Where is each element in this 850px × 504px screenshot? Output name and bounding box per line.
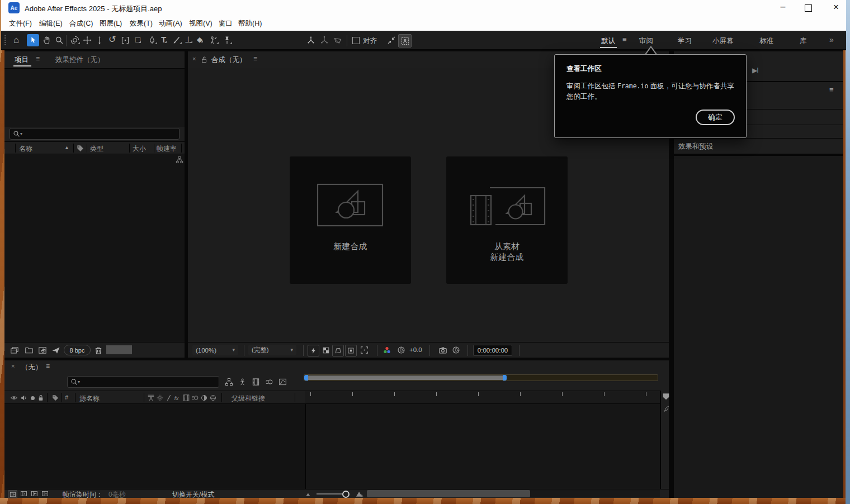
workspace-overflow-icon[interactable]: »: [829, 36, 834, 44]
timeline-tab-close-icon[interactable]: ×: [11, 363, 15, 369]
in-out-pane-icon[interactable]: [31, 490, 38, 497]
menu-composition[interactable]: 合成(C): [69, 19, 93, 28]
mini-flowchart-icon[interactable]: [225, 378, 233, 386]
timecode-display[interactable]: 0:00:00:00: [473, 345, 512, 356]
new-folder-icon[interactable]: [25, 346, 34, 355]
bit-depth-button[interactable]: 8 bpc: [64, 345, 91, 355]
orbit-camera-tool-icon[interactable]: [70, 36, 79, 45]
search-chevron-icon[interactable]: ▾: [20, 132, 22, 136]
roto-brush-tool-icon[interactable]: [209, 36, 218, 45]
effects-presets-content[interactable]: [674, 156, 843, 498]
guides-options-button[interactable]: [345, 345, 357, 356]
pan-camera-tool-icon[interactable]: [83, 36, 92, 45]
interpret-footage-icon[interactable]: [10, 346, 19, 355]
adjustment-layer-switch-icon[interactable]: [200, 394, 208, 402]
menu-file[interactable]: 文件(F): [9, 19, 32, 28]
last-frame-icon[interactable]: ▶I: [752, 66, 758, 74]
column-number[interactable]: #: [65, 394, 68, 401]
tab-effect-controls[interactable]: 效果控件（无）: [55, 55, 105, 65]
maximize-button[interactable]: [805, 4, 812, 12]
project-flowchart-icon[interactable]: [176, 156, 183, 164]
exposure-value[interactable]: +0.0: [409, 346, 422, 353]
navigator-handle-left[interactable]: [304, 375, 308, 381]
timeline-search-input[interactable]: ▾: [67, 376, 219, 388]
sort-ascending-icon[interactable]: ▲: [64, 145, 69, 150]
timeline-label-column-icon[interactable]: [51, 394, 59, 402]
workspace-menu-icon[interactable]: ≡: [622, 36, 627, 43]
column-frame-rate[interactable]: 帧速率: [157, 144, 177, 154]
hand-tool-icon[interactable]: [42, 36, 51, 45]
timeline-zoom-slider-track[interactable]: [317, 493, 343, 495]
mask-visibility-button[interactable]: [332, 345, 344, 356]
new-composition-from-footage-tile[interactable]: 从素材 新建合成: [446, 156, 568, 284]
layer-list-area[interactable]: [4, 404, 305, 489]
timeline-navigator-track[interactable]: [304, 374, 658, 381]
eye-column-icon[interactable]: [10, 394, 18, 402]
toolbar-drag-handle[interactable]: [4, 35, 6, 46]
text-tool-icon[interactable]: T: [161, 35, 166, 44]
column-size[interactable]: 大小: [133, 144, 146, 154]
brush-tool-icon[interactable]: [172, 36, 181, 45]
project-search-input[interactable]: ▾: [10, 128, 180, 140]
resolution-dropdown[interactable]: (完整) ▾: [248, 345, 296, 355]
solo-column-icon[interactable]: [31, 396, 35, 400]
track-area[interactable]: [306, 404, 660, 489]
project-panel-menu-icon[interactable]: ≡: [36, 55, 40, 62]
home-icon[interactable]: ⌂: [13, 35, 19, 45]
workspace-tab-default[interactable]: 默认: [601, 36, 615, 46]
column-type[interactable]: 类型: [90, 144, 103, 154]
timeline-zoom-slider-knob[interactable]: [342, 491, 350, 498]
workspace-tab-library[interactable]: 库: [800, 36, 807, 46]
right-panel-menu-icon[interactable]: ≡: [829, 86, 834, 93]
toggle-switches-modes-button[interactable]: 切换开关/模式: [172, 490, 214, 500]
snap-checkbox[interactable]: [352, 37, 360, 44]
eraser-tool-icon[interactable]: ◆: [197, 36, 202, 43]
menu-window[interactable]: 窗口: [219, 19, 233, 28]
transparency-grid-icon[interactable]: [322, 346, 330, 354]
workspace-tab-learn[interactable]: 学习: [678, 36, 692, 46]
expand-layer-switches-button[interactable]: [8, 490, 17, 498]
draft-3d-icon[interactable]: [238, 378, 247, 386]
project-footer-scrollbar[interactable]: [106, 345, 132, 354]
timeline-panel-menu-icon[interactable]: ≡: [46, 363, 50, 369]
local-axis-mode-icon[interactable]: [306, 36, 315, 45]
comp-marker-bin-icon[interactable]: [662, 392, 670, 401]
quality-icon[interactable]: [165, 394, 173, 402]
timeline-hscrollbar-track[interactable]: [367, 490, 660, 497]
time-ruler[interactable]: [305, 391, 661, 404]
column-parent-link[interactable]: 父级和链接: [232, 394, 265, 403]
dolly-camera-tool-icon[interactable]: [95, 36, 104, 45]
zoom-tool-icon[interactable]: [55, 36, 64, 45]
timeline-hscrollbar-thumb[interactable]: [367, 490, 530, 497]
motion-blur-switch-icon[interactable]: [191, 394, 199, 402]
zoom-out-mountain-icon[interactable]: [305, 491, 312, 497]
composition-panel-menu-icon[interactable]: ≡: [253, 55, 257, 62]
label-column-icon[interactable]: [76, 144, 84, 153]
workspace-tab-standard[interactable]: 标准: [759, 36, 773, 46]
audio-column-icon[interactable]: [20, 394, 28, 402]
collapse-transformations-icon[interactable]: [156, 394, 164, 402]
reset-exposure-icon[interactable]: [397, 346, 405, 354]
trash-icon[interactable]: [94, 346, 103, 355]
clone-stamp-tool-icon[interactable]: ⊥: [185, 35, 192, 44]
camera-tool-icon[interactable]: [121, 36, 130, 45]
shy-switch-icon[interactable]: [147, 394, 155, 402]
new-composition-tile[interactable]: 新建合成: [290, 156, 411, 284]
selection-tool-icon[interactable]: [27, 34, 39, 46]
tab-timeline[interactable]: （无）: [21, 363, 42, 372]
lock-column-icon[interactable]: [37, 394, 45, 402]
rotate-tool-icon[interactable]: ↺: [108, 35, 116, 44]
effects-presets-title[interactable]: 效果和预设: [678, 142, 714, 151]
tab-composition[interactable]: 合成（无）: [211, 55, 247, 65]
workspace-tab-review[interactable]: 审阅: [639, 36, 653, 46]
workspace-tab-small-screen[interactable]: 小屏幕: [712, 36, 734, 46]
menu-view[interactable]: 视图(V): [189, 19, 212, 28]
quill-icon[interactable]: [662, 405, 670, 413]
render-time-pane-icon[interactable]: [41, 490, 49, 497]
effect-switch-icon[interactable]: fx: [173, 394, 181, 402]
composition-tab-close-icon[interactable]: ×: [192, 56, 196, 62]
column-name[interactable]: 名称: [19, 144, 32, 154]
channel-settings-icon[interactable]: [382, 346, 391, 355]
viewer-lock-icon[interactable]: [200, 56, 208, 64]
puppet-pin-tool-icon[interactable]: [223, 36, 232, 45]
